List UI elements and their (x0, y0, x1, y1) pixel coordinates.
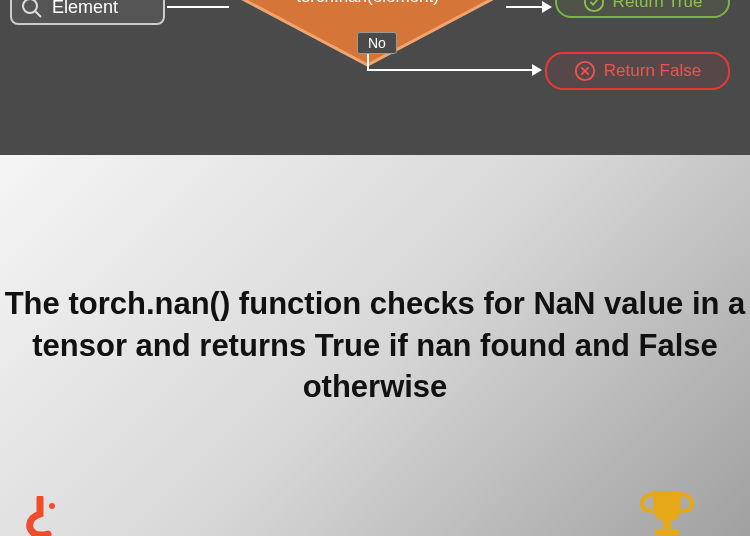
return-false-label: Return False (604, 61, 701, 81)
arrow-condition-to-false (367, 69, 534, 71)
element-label: Element (52, 0, 118, 18)
condition-text-svg: torch.nan(element) (296, 0, 439, 6)
content-area: The torch.nan() function checks for NaN … (0, 155, 750, 536)
x-circle-icon (574, 60, 596, 82)
arrow-element-to-condition (167, 6, 229, 8)
return-true-label: Return True (613, 0, 703, 12)
trophy-icon (640, 486, 695, 536)
pytorch-logo-icon (20, 496, 70, 536)
svg-rect-9 (655, 529, 679, 535)
description-text: The torch.nan() function checks for NaN … (0, 283, 750, 409)
search-icon (20, 0, 44, 20)
no-branch-label: No (357, 32, 397, 54)
svg-line-1 (35, 11, 41, 17)
svg-rect-8 (663, 520, 671, 530)
element-node: Element (10, 0, 165, 25)
check-circle-icon (583, 0, 605, 13)
svg-point-3 (584, 0, 602, 11)
return-true-node: Return True (555, 0, 730, 18)
arrow-condition-to-true (506, 6, 544, 8)
return-false-node: Return False (545, 52, 730, 90)
svg-point-7 (49, 503, 55, 509)
diagram-area: Element torch.nan(element) Return True N… (0, 0, 750, 155)
